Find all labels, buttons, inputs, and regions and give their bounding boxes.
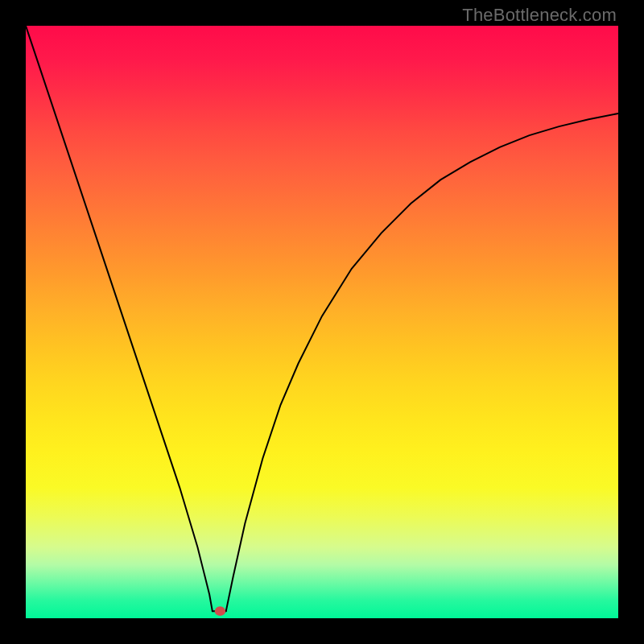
curve-svg	[26, 26, 618, 618]
min-marker	[215, 606, 225, 616]
watermark-label: TheBottleneck.com	[462, 5, 617, 26]
curve-right	[226, 114, 618, 611]
plot-area	[26, 26, 618, 618]
chart-frame: TheBottleneck.com	[0, 0, 644, 644]
curve-left	[26, 26, 213, 611]
